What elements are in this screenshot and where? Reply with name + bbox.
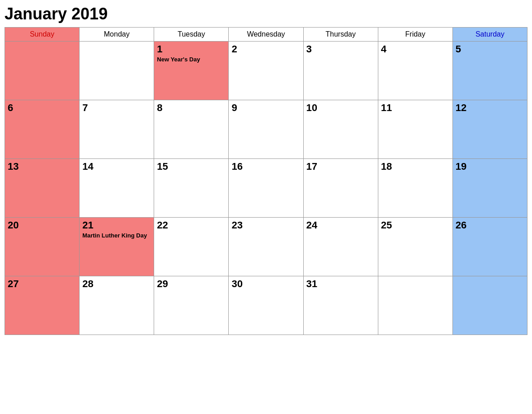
week-row: 2021Martin Luther King Day2223242526	[5, 218, 527, 276]
header-row: SundayMondayTuesdayWednesdayThursdayFrid…	[5, 28, 527, 42]
calendar-cell: 13	[5, 159, 80, 218]
calendar-cell: 14	[80, 159, 154, 218]
calendar-cell: 23	[229, 218, 303, 276]
week-row: 2728293031	[5, 276, 527, 335]
calendar-cell	[5, 42, 80, 100]
calendar-cell: 16	[229, 159, 303, 218]
calendar-header: SundayMondayTuesdayWednesdayThursdayFrid…	[5, 28, 527, 42]
day-number: 31	[306, 278, 375, 290]
calendar-cell: 6	[5, 100, 80, 159]
day-number: 20	[8, 219, 76, 231]
calendar-cell: 29	[154, 276, 229, 335]
header-wednesday: Wednesday	[229, 28, 303, 42]
calendar-cell: 22	[154, 218, 229, 276]
day-number: 12	[456, 102, 524, 114]
day-number: 5	[456, 43, 524, 55]
day-number: 27	[8, 278, 76, 290]
calendar-cell	[378, 276, 452, 335]
calendar-cell: 7	[80, 100, 154, 159]
calendar-cell: 11	[378, 100, 452, 159]
header-friday: Friday	[378, 28, 452, 42]
calendar-container: January 2019 SundayMondayTuesdayWednesda…	[5, 5, 527, 335]
day-number: 13	[8, 161, 76, 172]
calendar-cell: 24	[303, 218, 378, 276]
day-number: 18	[381, 161, 450, 172]
day-number: 3	[306, 43, 375, 55]
calendar-cell: 5	[452, 42, 527, 100]
calendar-cell: 15	[154, 159, 229, 218]
day-number: 7	[82, 102, 151, 114]
calendar-cell: 27	[5, 276, 80, 335]
calendar-cell: 30	[229, 276, 303, 335]
day-number: 19	[456, 161, 524, 172]
calendar-cell: 31	[303, 276, 378, 335]
day-number: 26	[456, 219, 524, 231]
calendar-cell: 19	[452, 159, 527, 218]
calendar-cell: 8	[154, 100, 229, 159]
calendar-cell	[80, 42, 154, 100]
header-tuesday: Tuesday	[154, 28, 229, 42]
day-number: 17	[306, 161, 375, 172]
day-number: 24	[306, 219, 375, 231]
calendar-cell: 18	[378, 159, 452, 218]
day-number: 2	[231, 43, 300, 55]
day-number: 10	[306, 102, 375, 114]
header-sunday: Sunday	[5, 28, 80, 42]
header-saturday: Saturday	[452, 28, 527, 42]
calendar-cell: 10	[303, 100, 378, 159]
week-row: 1New Year's Day2345	[5, 42, 527, 100]
day-number: 21	[82, 219, 151, 231]
day-number: 9	[231, 102, 300, 114]
day-number: 11	[381, 102, 450, 114]
holiday-label: Martin Luther King Day	[82, 232, 151, 239]
calendar-cell	[452, 276, 527, 335]
calendar-cell: 1New Year's Day	[154, 42, 229, 100]
week-row: 13141516171819	[5, 159, 527, 218]
week-row: 6789101112	[5, 100, 527, 159]
day-number: 16	[231, 161, 300, 172]
day-number: 8	[157, 102, 226, 114]
day-number: 25	[381, 219, 450, 231]
calendar-cell: 20	[5, 218, 80, 276]
day-number: 15	[157, 161, 226, 172]
calendar-cell: 9	[229, 100, 303, 159]
calendar-table: SundayMondayTuesdayWednesdayThursdayFrid…	[5, 27, 527, 335]
day-number: 28	[82, 278, 151, 290]
calendar-cell: 2	[229, 42, 303, 100]
calendar-cell: 21Martin Luther King Day	[80, 218, 154, 276]
calendar-cell: 12	[452, 100, 527, 159]
calendar-cell: 17	[303, 159, 378, 218]
day-number: 29	[157, 278, 226, 290]
calendar-cell: 25	[378, 218, 452, 276]
day-number: 22	[157, 219, 226, 231]
day-number: 6	[8, 102, 76, 114]
calendar-cell: 4	[378, 42, 452, 100]
day-number: 4	[381, 43, 450, 55]
header-monday: Monday	[80, 28, 154, 42]
day-number: 14	[82, 161, 151, 172]
header-thursday: Thursday	[303, 28, 378, 42]
calendar-cell: 26	[452, 218, 527, 276]
holiday-label: New Year's Day	[157, 56, 226, 63]
day-number: 30	[231, 278, 300, 290]
calendar-cell: 28	[80, 276, 154, 335]
calendar-body: 1New Year's Day2345678910111213141516171…	[5, 42, 527, 335]
calendar-cell: 3	[303, 42, 378, 100]
day-number: 23	[231, 219, 300, 231]
calendar-title: January 2019	[5, 5, 527, 23]
day-number: 1	[157, 43, 226, 55]
